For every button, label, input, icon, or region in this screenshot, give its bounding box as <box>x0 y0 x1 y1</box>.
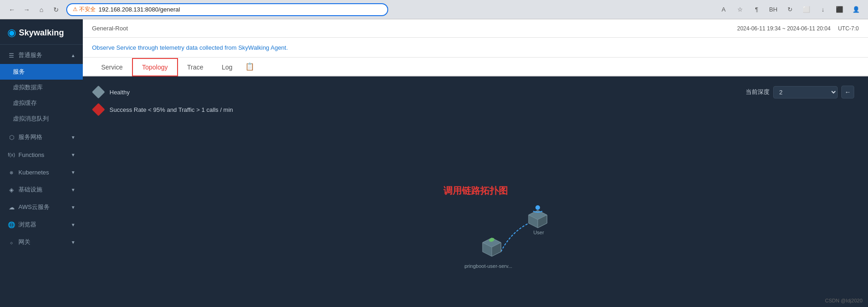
general-services-icon: ☰ <box>7 51 16 59</box>
functions-icon: f(x) <box>7 151 16 159</box>
topology-title: 调用链路拓扑图 <box>443 184 508 197</box>
chevron-right-icon2: ▼ <box>71 152 75 157</box>
info-link[interactable]: Observe Service through telemetry data c… <box>92 44 288 51</box>
sidebar-section-general: ☰ 普通服务 ▲ 服务 虚拟数据库 虚拟缓存 虚拟消息队列 <box>0 45 83 128</box>
legend-item-healthy: Healthy <box>92 86 233 98</box>
depth-label: 当前深度 <box>746 88 770 96</box>
sidebar-group-gateway[interactable]: ⬦ 网关 ▼ <box>0 233 83 251</box>
user-node <box>529 205 547 228</box>
insecure-warning: ⚠ 不安全 <box>73 6 96 13</box>
sidebar-item-services[interactable]: 服务 <box>0 64 83 80</box>
sidebar-item-virtual-mq-label: 虚拟消息队列 <box>13 115 49 123</box>
topology-svg: springboot-user-serv... User <box>464 197 579 289</box>
ext3-btn[interactable]: ⬛ <box>833 3 846 16</box>
main-content: General-Root 2024-06-11 19:34 ~ 2024-06-… <box>83 19 868 307</box>
browser-nav-label: 浏览器 <box>18 220 71 229</box>
legend-healthy-label: Healthy <box>109 89 130 96</box>
svg-rect-1 <box>92 103 105 116</box>
sidebar-group-aws[interactable]: ☁ AWS云服务 ▼ <box>0 198 83 216</box>
browser-chrome: ← → ⌂ ↻ ⚠ 不安全 192.168.208.131:8080/gener… <box>0 0 868 19</box>
address-bar[interactable]: ⚠ 不安全 192.168.208.131:8080/general <box>66 3 388 16</box>
sidebar-group-browser[interactable]: 🌐 浏览器 ▼ <box>0 216 83 233</box>
reload-button[interactable]: ↻ <box>50 3 63 16</box>
content-area: Observe Service through telemetry data c… <box>83 38 868 307</box>
sidebar-item-virtual-db[interactable]: 虚拟数据库 <box>0 80 83 95</box>
depth-control: 当前深度 2 1 3 ← <box>746 86 854 98</box>
legend-error-label: Success Rate < 95% and Traffic > 1 calls… <box>109 106 233 113</box>
service-mesh-icon: ⬡ <box>7 133 16 141</box>
sidebar-group-functions[interactable]: f(x) Functions ▼ <box>0 146 83 163</box>
healthy-icon <box>92 86 105 98</box>
back-button[interactable]: ← <box>6 3 18 16</box>
chevron-down-icon: ▲ <box>71 53 75 58</box>
browser-actions: A ☆ ¶ BH ↻ ⬜ ↓ ⬛ 👤 <box>717 3 862 16</box>
error-icon <box>92 103 105 116</box>
sidebar-item-virtual-mq[interactable]: 虚拟消息队列 <box>0 111 83 127</box>
translate-btn[interactable]: ¶ <box>750 3 763 16</box>
tab-trace[interactable]: Trace <box>178 59 213 76</box>
gateway-icon: ⬦ <box>7 238 16 246</box>
aws-icon: ☁ <box>7 203 16 211</box>
chevron-right-icon: ▼ <box>71 135 75 140</box>
service-mesh-label: 服务网格 <box>18 133 71 141</box>
legend: Healthy Success Rate < 95% and Traffic >… <box>92 86 233 116</box>
general-services-label: 普通服务 <box>18 51 71 59</box>
timezone: UTC-7:0 <box>838 25 859 32</box>
svg-rect-0 <box>92 86 105 98</box>
gateway-label: 网关 <box>18 238 71 246</box>
nav-buttons: ← → ⌂ ↻ <box>6 3 63 16</box>
chevron-right-icon3: ▼ <box>71 170 75 175</box>
tab-icon[interactable]: 📋 <box>241 58 258 75</box>
split-btn[interactable]: ⬜ <box>800 3 813 16</box>
browser-nav-icon: 🌐 <box>7 220 16 229</box>
kubernetes-icon: ⎈ <box>7 168 16 176</box>
top-header: General-Root 2024-06-11 19:34 ~ 2024-06-… <box>83 19 868 38</box>
bookmark-btn[interactable]: ☆ <box>734 3 747 16</box>
tab-topology[interactable]: Topology <box>132 58 178 76</box>
app-layout: ◉ Skywalking ☰ 普通服务 ▲ 服务 虚拟数据库 虚拟缓存 虚拟消息… <box>0 19 868 307</box>
sidebar-item-virtual-cache-label: 虚拟缓存 <box>13 99 37 107</box>
service-node-label: springboot-user-serv... <box>464 263 512 269</box>
infra-label: 基础设施 <box>18 185 71 194</box>
functions-label: Functions <box>18 151 71 158</box>
legend-item-error: Success Rate < 95% and Traffic > 1 calls… <box>92 103 233 116</box>
kubernetes-label: Kubernetes <box>18 169 71 176</box>
tab-log[interactable]: Log <box>213 59 241 76</box>
forward-button[interactable]: → <box>20 3 33 16</box>
service-node <box>483 237 501 256</box>
ext1-btn[interactable]: BH <box>767 3 780 16</box>
sidebar-group-general-services[interactable]: ☰ 普通服务 ▲ <box>0 46 83 64</box>
depth-select[interactable]: 2 1 3 <box>773 86 838 98</box>
sidebar-group-service-mesh[interactable]: ⬡ 服务网格 ▼ <box>0 128 83 146</box>
logo-icon: ◉ <box>7 27 16 39</box>
time-range: 2024-06-11 19:34 ~ 2024-06-11 20:04 <box>737 25 830 32</box>
chevron-right-icon6: ▼ <box>71 222 75 227</box>
sidebar-item-virtual-cache[interactable]: 虚拟缓存 <box>0 95 83 111</box>
header-time: 2024-06-11 19:34 ~ 2024-06-11 20:04 UTC-… <box>737 25 859 32</box>
tab-service[interactable]: Service <box>92 59 132 76</box>
profile-btn[interactable]: 👤 <box>850 3 862 16</box>
sidebar-logo: ◉ Skywalking <box>0 19 83 45</box>
infra-icon: ◈ <box>7 185 16 194</box>
sidebar-item-services-label: 服务 <box>13 68 25 76</box>
ext2-btn[interactable]: ↻ <box>783 3 796 16</box>
aws-label: AWS云服务 <box>18 203 71 211</box>
user-node-label: User <box>533 230 544 235</box>
sidebar-group-kubernetes[interactable]: ⎈ Kubernetes ▼ <box>0 163 83 181</box>
sidebar-group-infra[interactable]: ◈ 基础设施 ▼ <box>0 181 83 198</box>
tabs-bar: Service Topology Trace Log 📋 <box>83 58 868 76</box>
font-size-btn[interactable]: A <box>717 3 730 16</box>
save-btn[interactable]: ↓ <box>816 3 829 16</box>
breadcrumb: General-Root <box>92 25 128 32</box>
depth-arrow-button[interactable]: ← <box>841 86 854 98</box>
sidebar-item-virtual-db-label: 虚拟数据库 <box>13 83 43 92</box>
logo-text: Skywalking <box>19 28 64 38</box>
topology-panel: Healthy Success Rate < 95% and Traffic >… <box>83 76 868 307</box>
copyright: CSDN @Idj2020 <box>825 298 862 303</box>
chevron-right-icon7: ▼ <box>71 240 75 245</box>
home-button[interactable]: ⌂ <box>35 3 48 16</box>
url-text: 192.168.208.131:8080/general <box>98 6 180 13</box>
svg-point-10 <box>535 205 540 210</box>
sidebar: ◉ Skywalking ☰ 普通服务 ▲ 服务 虚拟数据库 虚拟缓存 虚拟消息… <box>0 19 83 307</box>
chevron-right-icon4: ▼ <box>71 187 75 192</box>
